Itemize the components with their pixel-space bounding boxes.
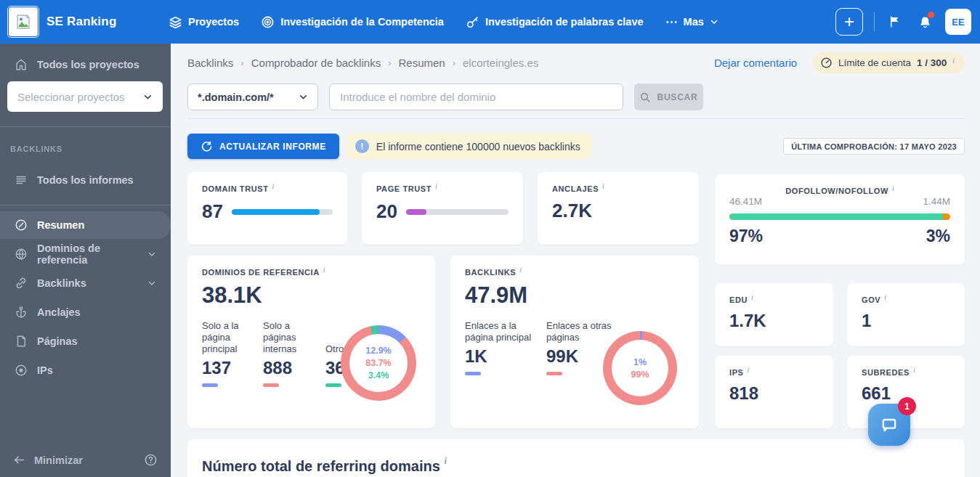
user-avatar[interactable]: EE [945,9,971,35]
dofollow-nofollow-card: DOFOLLOW/NOFOLLOWi 46.41M 1.44M 97% 3% [715,174,965,265]
dashboard-compass-icon [15,219,28,232]
nav-item-proyectos[interactable]: Proyectos [169,15,239,29]
chat-widget-button[interactable]: 1 [868,404,910,446]
domain-trust-fill [232,209,320,215]
donut-label: 99% [631,370,649,380]
breadcrumb-resumen[interactable]: Resumen [398,57,445,69]
sidebar-item-anclajes[interactable]: Anclajes [0,299,171,325]
edu-card: EDUi 1.7K [715,283,833,346]
domain-input[interactable] [329,83,623,110]
info-icon[interactable]: i [884,293,886,301]
help-icon[interactable] [144,453,158,467]
project-select-placeholder: Seleccionar proyectos [17,91,125,103]
stat-color-chip [546,372,562,375]
search-button-label: BUSCAR [657,92,697,102]
link-icon [15,277,28,290]
info-icon[interactable]: i [519,266,522,274]
sidebar-item-ips[interactable]: IPs [0,357,171,383]
sidebar-item-dominios-de-referencia[interactable]: Dominios de referencia [0,241,171,267]
domain-scope-select[interactable]: *.domain.com/* [187,83,318,110]
nav-label: Proyectos [188,16,239,28]
brand-name: SE Ranking [46,15,116,29]
nav-item-investigacion-competencia[interactable]: Investigación de la Competencia [261,15,444,29]
breadcrumb-backlinks[interactable]: Backlinks [187,57,233,69]
chevron-down-icon [147,279,156,288]
stat-main-page-only: Solo a la página principal 137 [202,319,248,387]
donut-label: 1% [633,357,647,367]
card-label: PAGE TRUST [376,184,432,193]
account-limit-badge: Límite de cuenta 1 / 300 i [813,52,965,73]
chevron-down-icon [143,92,153,102]
donut-label: 3.4% [368,370,389,380]
info-icon[interactable]: i [323,266,325,274]
notification-dot [928,12,934,18]
info-icon[interactable]: i [751,293,753,301]
sidebar-item-all-projects[interactable]: Todos los proyectos [0,55,171,74]
domain-trust-card: DOMAIN TRUSTi 87 [187,172,347,245]
sidebar-item-todos-los-informes[interactable]: Todos los informes [0,168,171,192]
leave-comment-link[interactable]: Dejar comentario [714,57,797,69]
account-limit-label: Límite de cuenta [838,57,911,68]
nav-item-investigacion-palabras-clave[interactable]: Investigación de palabras clave [466,15,644,29]
sidebar-section-backlinks: BACKLINKS [10,144,62,153]
nav-item-mas[interactable]: Mas [665,16,718,28]
top-navigation: SE Ranking Proyectos Investigación de la… [0,0,980,44]
breadcrumb-separator: › [240,57,243,68]
anchors-value: 2.7K [552,200,684,222]
card-label: IPS [729,368,744,377]
notifications-button[interactable] [915,12,934,31]
card-label: EDU [729,295,748,304]
stat-links-main-page: Enlaces a la página principal 1K [465,319,532,375]
sidebar-item-label: IPs [37,364,53,376]
add-button[interactable]: + [835,8,863,36]
sidebar-minimize[interactable]: Minimizar [0,453,171,467]
card-label: DOFOLLOW/NOFOLLOW [785,187,888,195]
info-icon[interactable]: i [602,182,604,190]
report-toolbar: ACTUALIZAR INFORME ! El informe contiene… [187,134,592,159]
info-icon[interactable]: i [892,184,894,192]
card-label: DOMINIOS DE REFERENCIA [202,268,320,277]
sidebar-item-resumen[interactable]: Resumen [0,211,171,239]
info-icon[interactable]: i [272,182,275,190]
card-label: SUBREDES [862,368,910,377]
sidebar-item-paginas[interactable]: Páginas [0,328,171,354]
gov-card: GOVi 1 [847,283,965,346]
domain-search-row: *.domain.com/* BUSCAR [187,83,703,110]
key-icon [466,15,479,29]
info-icon[interactable]: i [444,456,446,466]
flag-button[interactable] [886,12,904,31]
search-button[interactable]: BUSCAR [634,83,703,110]
project-select[interactable]: Seleccionar proyectos [7,81,163,112]
section-title-text: Número total de referring domains [202,458,440,474]
stat-color-chip [263,383,279,387]
donut-label: 83.7% [365,358,391,368]
last-check-chip: ÚLTIMA COMPROBACIÓN: 17 MAYO 2023 [783,138,965,155]
page-icon [15,335,28,348]
info-icon[interactable]: i [748,366,750,374]
dofollow-total: 46.41M [729,196,762,207]
referring-domains-donut: 12.9% 83.7% 3.4% [341,325,416,401]
domain-trust-track [232,209,333,215]
card-label: ANCLAJES [552,184,599,193]
info-icon[interactable]: i [952,57,955,65]
backlinks-card: BACKLINKSi 47.9M Enlaces a la página pri… [450,256,699,428]
sidebar-item-backlinks[interactable]: Backlinks [0,270,171,296]
nofollow-total: 1.44M [923,196,950,207]
update-report-button[interactable]: ACTUALIZAR INFORME [187,134,339,159]
page-trust-fill [406,209,426,215]
brand[interactable]: SE Ranking [9,7,116,36]
section-title: Número total de referring domains i [202,458,447,474]
chevron-down-icon [147,250,156,258]
breadcrumb-comprobador[interactable]: Comprobador de backlinks [251,57,381,69]
chat-bubble-icon [879,415,899,435]
info-icon[interactable]: i [913,366,915,374]
domain-trust-value: 87 [202,200,223,223]
refresh-icon [201,141,212,152]
list-icon [15,174,28,187]
card-label: GOV [862,295,880,304]
card-label: DOMAIN TRUST [202,184,269,193]
ips-card: IPSi 818 [715,356,833,428]
info-icon[interactable]: i [435,182,437,190]
sidebar-item-label: Todos los informes [37,174,134,186]
section-divider [187,118,965,119]
